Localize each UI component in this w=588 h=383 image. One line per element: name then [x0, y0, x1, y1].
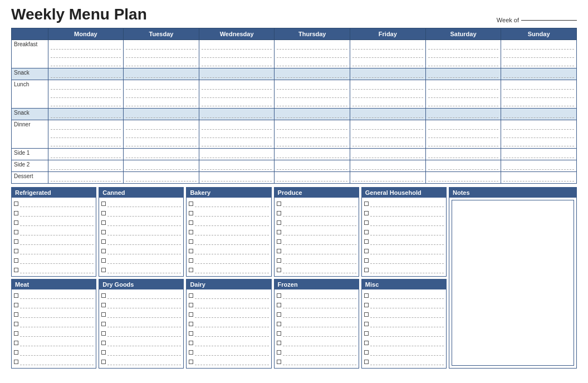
checkbox[interactable] — [189, 220, 193, 225]
meal-cell-side1-day2[interactable] — [199, 149, 275, 160]
list-item[interactable] — [364, 338, 444, 347]
meal-cell-snack2-day5[interactable] — [425, 109, 501, 120]
meal-cell-lunch-day6[interactable] — [501, 80, 577, 109]
checkbox[interactable] — [189, 202, 193, 206]
list-item[interactable] — [101, 199, 181, 208]
list-item[interactable] — [14, 228, 94, 237]
meal-cell-dessert-day1[interactable] — [124, 172, 199, 184]
meal-cell-side2-day2[interactable] — [199, 160, 275, 172]
list-item[interactable] — [14, 357, 94, 366]
meal-cell-side1-day0[interactable] — [48, 149, 124, 160]
list-item[interactable] — [189, 320, 268, 328]
checkbox[interactable] — [14, 322, 18, 326]
list-item[interactable] — [277, 228, 356, 237]
checkbox[interactable] — [364, 249, 369, 253]
list-item[interactable] — [14, 218, 94, 227]
list-item[interactable] — [101, 301, 181, 310]
list-item[interactable] — [277, 256, 356, 265]
checkbox[interactable] — [277, 268, 281, 272]
meal-cell-side2-day5[interactable] — [425, 160, 501, 172]
checkbox[interactable] — [14, 258, 18, 263]
list-item[interactable] — [364, 218, 444, 227]
list-item[interactable] — [14, 209, 94, 218]
list-item[interactable] — [364, 310, 444, 319]
list-item[interactable] — [364, 237, 444, 246]
meal-cell-side1-day5[interactable] — [425, 149, 501, 160]
checkbox[interactable] — [277, 249, 281, 253]
checkbox[interactable] — [101, 312, 106, 317]
list-item[interactable] — [364, 329, 444, 338]
list-item[interactable] — [364, 256, 444, 265]
list-item[interactable] — [364, 209, 444, 218]
meal-cell-dinner-day3[interactable] — [275, 120, 350, 149]
checkbox[interactable] — [14, 202, 18, 206]
checkbox[interactable] — [101, 258, 106, 263]
meal-cell-breakfast-day3[interactable] — [275, 40, 350, 68]
checkbox[interactable] — [189, 350, 193, 355]
checkbox[interactable] — [189, 322, 193, 326]
checkbox[interactable] — [101, 202, 106, 206]
checkbox[interactable] — [101, 331, 106, 336]
list-item[interactable] — [189, 357, 268, 366]
checkbox[interactable] — [14, 268, 18, 272]
checkbox[interactable] — [364, 331, 369, 336]
list-item[interactable] — [189, 348, 268, 357]
list-item[interactable] — [189, 329, 268, 338]
checkbox[interactable] — [101, 293, 106, 298]
checkbox[interactable] — [101, 341, 106, 345]
checkbox[interactable] — [101, 303, 106, 307]
meal-cell-lunch-day4[interactable] — [350, 80, 426, 109]
checkbox[interactable] — [101, 239, 106, 244]
list-item[interactable] — [364, 301, 444, 310]
checkbox[interactable] — [189, 249, 193, 253]
checkbox[interactable] — [14, 360, 18, 364]
list-item[interactable] — [364, 199, 444, 208]
checkbox[interactable] — [277, 239, 281, 244]
list-item[interactable] — [14, 247, 94, 256]
checkbox[interactable] — [277, 258, 281, 263]
checkbox[interactable] — [189, 230, 193, 234]
meal-cell-dessert-day6[interactable] — [501, 172, 577, 184]
meal-cell-side2-day0[interactable] — [48, 160, 124, 172]
list-item[interactable] — [14, 291, 94, 300]
list-item[interactable] — [101, 218, 181, 227]
meal-cell-breakfast-day0[interactable] — [48, 40, 124, 68]
list-item[interactable] — [101, 237, 181, 246]
checkbox[interactable] — [364, 220, 369, 225]
list-item[interactable] — [364, 228, 444, 237]
meal-cell-snack1-day4[interactable] — [350, 68, 426, 80]
list-item[interactable] — [277, 357, 356, 366]
checkbox[interactable] — [277, 360, 281, 364]
checkbox[interactable] — [277, 312, 281, 317]
list-item[interactable] — [189, 256, 268, 265]
checkbox[interactable] — [101, 322, 106, 326]
meal-cell-snack2-day0[interactable] — [48, 109, 124, 120]
meal-cell-lunch-day0[interactable] — [48, 80, 124, 109]
meal-cell-side1-day1[interactable] — [124, 149, 199, 160]
list-item[interactable] — [101, 348, 181, 357]
checkbox[interactable] — [189, 293, 193, 298]
meal-cell-snack2-day2[interactable] — [199, 109, 275, 120]
checkbox[interactable] — [14, 350, 18, 355]
meal-cell-side1-day6[interactable] — [501, 149, 577, 160]
list-item[interactable] — [364, 291, 444, 300]
list-item[interactable] — [364, 247, 444, 256]
checkbox[interactable] — [277, 293, 281, 298]
meal-cell-dinner-day5[interactable] — [425, 120, 501, 149]
checkbox[interactable] — [101, 268, 106, 272]
checkbox[interactable] — [277, 350, 281, 355]
list-item[interactable] — [189, 338, 268, 347]
list-item[interactable] — [189, 266, 268, 274]
meal-cell-lunch-day3[interactable] — [275, 80, 350, 109]
checkbox[interactable] — [364, 258, 369, 263]
meal-cell-dessert-day4[interactable] — [350, 172, 426, 184]
checkbox[interactable] — [101, 249, 106, 253]
meal-cell-snack2-day3[interactable] — [275, 109, 350, 120]
meal-cell-snack2-day1[interactable] — [124, 109, 199, 120]
meal-cell-dessert-day5[interactable] — [425, 172, 501, 184]
list-item[interactable] — [364, 348, 444, 357]
checkbox[interactable] — [14, 211, 18, 215]
meal-cell-dessert-day0[interactable] — [48, 172, 124, 184]
checkbox[interactable] — [364, 312, 369, 317]
list-item[interactable] — [101, 320, 181, 328]
